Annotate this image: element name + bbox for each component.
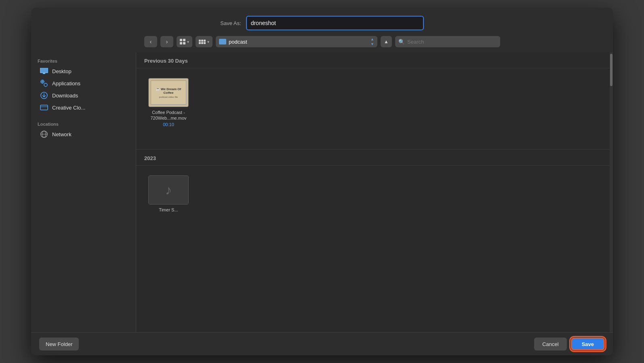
applications-icon bbox=[40, 79, 48, 87]
sidebar-item-label-downloads: Downloads bbox=[52, 93, 78, 99]
search-icon: 🔍 bbox=[398, 39, 405, 45]
network-icon bbox=[40, 130, 48, 138]
search-box: 🔍 bbox=[395, 36, 500, 47]
sidebar: Favorites Desktop bbox=[31, 52, 136, 332]
folder-name: podcast bbox=[229, 39, 368, 45]
folder-selector[interactable]: podcast ▲ ▼ bbox=[216, 36, 377, 47]
locations-label: Locations bbox=[31, 118, 136, 128]
toolbar: ‹ › ▾ ▾ podcast ▲ ▼ ▲ 🔍 bbox=[31, 36, 613, 52]
svg-rect-0 bbox=[40, 68, 48, 73]
collapse-button[interactable]: ▲ bbox=[381, 36, 392, 47]
music-note-icon: ♪ bbox=[165, 183, 172, 198]
downloads-icon bbox=[40, 91, 48, 99]
cancel-button[interactable]: Cancel bbox=[534, 338, 566, 350]
creative-cloud-icon bbox=[40, 103, 48, 112]
save-button[interactable]: Save bbox=[571, 338, 605, 350]
file-item-timer[interactable]: ♪ Timer S... bbox=[144, 172, 193, 216]
file-duration-coffee: 00:10 bbox=[163, 122, 174, 127]
forward-button[interactable]: › bbox=[160, 36, 173, 47]
section-content-30days: ☕ We Dream Of Coffee podcast video file … bbox=[136, 68, 613, 149]
grid-icon bbox=[180, 39, 185, 44]
folder-icon bbox=[219, 39, 226, 44]
save-dialog: Save As: ‹ › ▾ ▾ podcast ▲ ▼ ▲ bbox=[31, 8, 613, 355]
chevron-down-icon-2: ▾ bbox=[207, 40, 209, 44]
file-name-timer: Timer S... bbox=[159, 207, 178, 213]
stepper-icons: ▲ ▼ bbox=[370, 37, 374, 46]
main-area: Favorites Desktop bbox=[31, 52, 613, 332]
sidebar-item-downloads[interactable]: Downloads bbox=[34, 89, 133, 101]
icon-view-button[interactable]: ▾ bbox=[177, 36, 192, 47]
save-as-bar: Save As: bbox=[31, 8, 613, 36]
save-as-input[interactable] bbox=[246, 16, 424, 30]
column-view-button[interactable]: ▾ bbox=[196, 36, 213, 47]
grid-icon-lg bbox=[199, 40, 206, 44]
favorites-label: Favorites bbox=[31, 55, 136, 65]
file-thumbnail-coffee: ☕ We Dream Of Coffee podcast video file bbox=[148, 78, 189, 107]
svg-rect-8 bbox=[40, 105, 48, 110]
sidebar-item-applications[interactable]: Applications bbox=[34, 77, 133, 89]
sidebar-item-desktop[interactable]: Desktop bbox=[34, 65, 133, 77]
new-folder-button[interactable]: New Folder bbox=[39, 338, 79, 350]
desktop-icon bbox=[40, 67, 48, 75]
bottom-bar: New Folder Cancel Save bbox=[31, 332, 613, 355]
sidebar-item-label-applications: Applications bbox=[52, 80, 80, 87]
scrollbar-track[interactable] bbox=[610, 52, 613, 332]
section-header-2023: 2023 bbox=[136, 150, 613, 166]
save-as-label: Save As: bbox=[220, 20, 241, 26]
section-content-2023: ♪ Timer S... bbox=[136, 166, 613, 247]
bottom-right-buttons: Cancel Save bbox=[534, 338, 605, 350]
section-header-30days: Previous 30 Days bbox=[136, 52, 613, 68]
sidebar-item-label-network: Network bbox=[52, 131, 72, 137]
file-name-coffee: Coffee Podcast - 720Web...me.mov bbox=[147, 110, 189, 121]
back-button[interactable]: ‹ bbox=[144, 36, 157, 47]
svg-point-5 bbox=[44, 83, 47, 87]
sidebar-item-creative-cloud[interactable]: Creative Clo... bbox=[34, 101, 133, 114]
search-input[interactable] bbox=[407, 39, 497, 45]
sidebar-item-network[interactable]: Network bbox=[34, 128, 133, 140]
scrollbar-thumb bbox=[610, 54, 612, 86]
content-area: Previous 30 Days ☕ We Dream Of Coffee po… bbox=[136, 52, 613, 332]
chevron-down-icon: ▾ bbox=[187, 40, 189, 44]
file-item-coffee-podcast[interactable]: ☕ We Dream Of Coffee podcast video file … bbox=[144, 75, 193, 130]
sidebar-item-label-creative-cloud: Creative Clo... bbox=[52, 105, 85, 111]
svg-rect-1 bbox=[43, 73, 45, 74]
sidebar-item-label-desktop: Desktop bbox=[52, 68, 72, 74]
file-thumbnail-music: ♪ bbox=[148, 175, 189, 205]
